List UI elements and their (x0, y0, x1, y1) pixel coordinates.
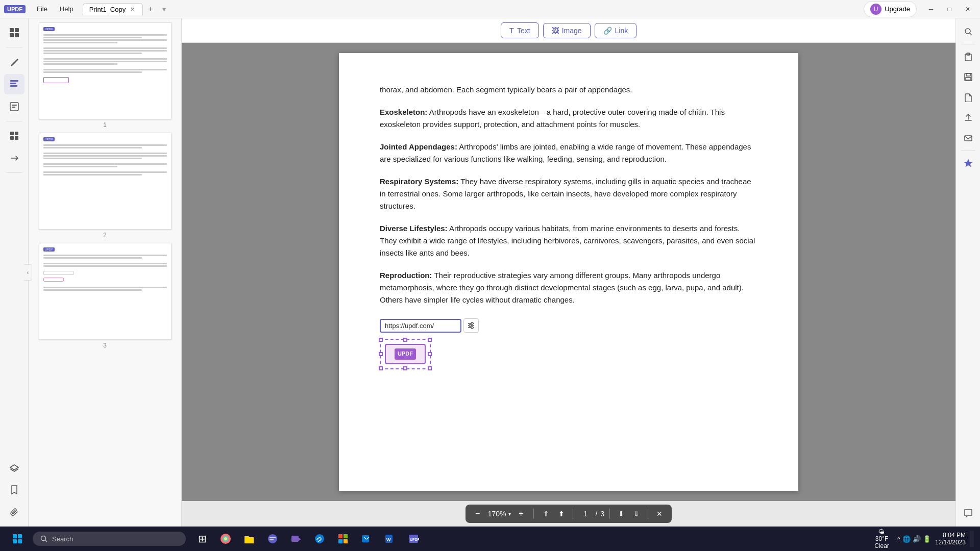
maximize-button[interactable]: □ (941, 2, 958, 16)
thumb-rect-2 (43, 278, 64, 282)
resize-handle-tr[interactable] (428, 338, 432, 342)
weather-widget[interactable]: 🌤 30°F Clear (870, 527, 893, 550)
sidebar-icon-attachment[interactable] (4, 502, 24, 522)
thumb-page-2-preview[interactable]: UPDF (39, 133, 172, 230)
right-icon-search[interactable] (959, 22, 977, 41)
taskbar-app-files[interactable] (239, 529, 259, 549)
taskbar-app-store[interactable] (333, 529, 353, 549)
resize-handle-bm[interactable] (403, 366, 407, 370)
image-tool-button[interactable]: 🖼 Image (543, 23, 591, 38)
link-tool-button[interactable]: 🔗 Link (595, 23, 637, 38)
text-tool-button[interactable]: T Text (501, 22, 539, 38)
right-icon-clipboard[interactable] (959, 47, 977, 66)
taskbar-right: 🌤 30°F Clear ^ 🌐 🔊 🔋 8:04 PM 12/14/2023 (870, 527, 974, 550)
thumbnail-page-3[interactable]: UPDF 3 (33, 243, 177, 349)
sidebar-collapse-tab[interactable]: ‹ (24, 264, 32, 281)
sidebar-icon-thumbnails[interactable] (4, 22, 24, 43)
add-tab-button[interactable]: + (143, 3, 158, 16)
resize-handle-tl[interactable] (379, 338, 383, 342)
right-icon-comment[interactable] (959, 504, 977, 522)
thumb-page-3-preview[interactable]: UPDF (39, 243, 172, 340)
start-button[interactable] (6, 528, 29, 550)
sidebar-icon-annotate[interactable] (4, 52, 24, 72)
resize-handle-bl[interactable] (379, 366, 383, 370)
right-icon-save[interactable] (959, 68, 977, 86)
resize-handle-br[interactable] (428, 366, 432, 370)
thumb-line (43, 58, 167, 60)
taskbar-app-video[interactable] (286, 529, 306, 549)
active-tab[interactable]: Print1_Copy ✕ (83, 3, 143, 15)
thumbnail-page-1[interactable]: UPDF (33, 22, 177, 129)
menu-file[interactable]: File (32, 3, 53, 15)
taskbar-app-outlook[interactable] (356, 529, 377, 549)
user-avatar: U (870, 4, 881, 15)
resize-handle-tm[interactable] (403, 338, 407, 342)
tab-close-button[interactable]: ✕ (129, 6, 136, 13)
taskbar-app-updf[interactable]: UPDF (403, 529, 424, 549)
taskbar-app-chat[interactable] (262, 529, 283, 549)
nav-first-button[interactable]: ⇑ (540, 508, 552, 520)
svg-rect-10 (10, 132, 14, 135)
menu-help[interactable]: Help (55, 3, 79, 15)
nav-last-button[interactable]: ⇓ (630, 508, 643, 520)
taskbar-app-word[interactable]: W (380, 529, 400, 549)
app-logo: UPDF (4, 5, 26, 13)
tab-dropdown[interactable]: ▾ (162, 5, 166, 13)
tray-volume-icon[interactable]: 🔊 (913, 535, 921, 543)
text-tool-label: Text (517, 27, 530, 35)
link-settings-button[interactable] (463, 318, 479, 333)
svg-rect-11 (15, 132, 18, 135)
image-tool-icon: 🖼 (552, 27, 559, 35)
menu-bar: File Help (32, 3, 79, 15)
thumb-page-1-preview[interactable]: UPDF (39, 22, 172, 119)
zoom-dropdown-icon[interactable]: ▾ (508, 511, 511, 517)
taskbar-app-colorful[interactable] (215, 529, 236, 549)
taskbar-search-label: Search (52, 535, 73, 543)
sidebar-icon-convert[interactable] (4, 148, 24, 168)
taskbar-app-browser-edge[interactable] (309, 529, 330, 549)
taskbar-search-icon (40, 535, 48, 543)
pdf-page: thorax, and abdomen. Each segment typica… (339, 53, 798, 491)
sidebar-icon-bookmark[interactable] (4, 480, 24, 500)
link-url-input[interactable] (380, 319, 461, 333)
resize-handle-ml[interactable] (379, 352, 383, 356)
svg-point-19 (471, 327, 473, 329)
minimize-button[interactable]: ─ (923, 2, 939, 16)
taskbar-search[interactable]: Search (33, 532, 186, 546)
svg-text:W: W (386, 537, 391, 542)
current-page-input[interactable] (578, 510, 593, 518)
zoom-level-display: 170% ▾ (488, 510, 511, 518)
svg-rect-2 (10, 33, 14, 37)
sidebar-icon-layers[interactable] (4, 457, 24, 478)
nav-prev-fast-button[interactable]: ⬆ (555, 508, 568, 520)
sidebar-icon-form[interactable] (4, 96, 24, 117)
svg-rect-9 (12, 107, 15, 108)
pdf-paragraph-6: Reproduction: Their reproductive strateg… (380, 269, 757, 306)
zoom-navigation-bar: − 170% ▾ + ⇑ ⬆ / 3 ⬇ ⇓ (465, 505, 672, 523)
resize-handle-mr[interactable] (428, 352, 432, 356)
right-icon-star[interactable] (959, 154, 977, 172)
sidebar-icon-organize[interactable] (4, 126, 24, 146)
thumb-rect-1 (43, 271, 74, 275)
tray-network-icon[interactable]: 🌐 (902, 535, 911, 543)
close-nav-button[interactable]: ✕ (653, 508, 666, 520)
close-button[interactable]: ✕ (960, 2, 976, 16)
thumb-line (43, 155, 167, 157)
zoom-in-button[interactable]: + (515, 508, 527, 520)
right-icon-upload[interactable] (959, 109, 977, 127)
show-desktop-button[interactable] (970, 531, 974, 547)
right-icon-file[interactable] (959, 88, 977, 107)
tray-chevron[interactable]: ^ (897, 535, 900, 543)
upgrade-button[interactable]: U Upgrade (864, 1, 917, 17)
system-tray: ^ 🌐 🔊 🔋 (897, 535, 931, 543)
taskbar-app-widgets[interactable]: ⊞ (192, 529, 212, 549)
sidebar-icon-edit[interactable] (4, 74, 24, 94)
thumb-line (43, 265, 167, 267)
right-icon-mail[interactable] (959, 129, 977, 147)
zoom-out-button[interactable]: − (472, 508, 484, 520)
system-clock[interactable]: 8:04 PM 12/14/2023 (935, 532, 966, 546)
nav-next-button[interactable]: ⬇ (615, 508, 627, 520)
thumbnail-page-2[interactable]: UPDF 2 (33, 133, 177, 239)
tray-battery-icon[interactable]: 🔋 (923, 535, 931, 543)
taskbar: Search ⊞ W UPDF 🌤 (0, 527, 980, 551)
